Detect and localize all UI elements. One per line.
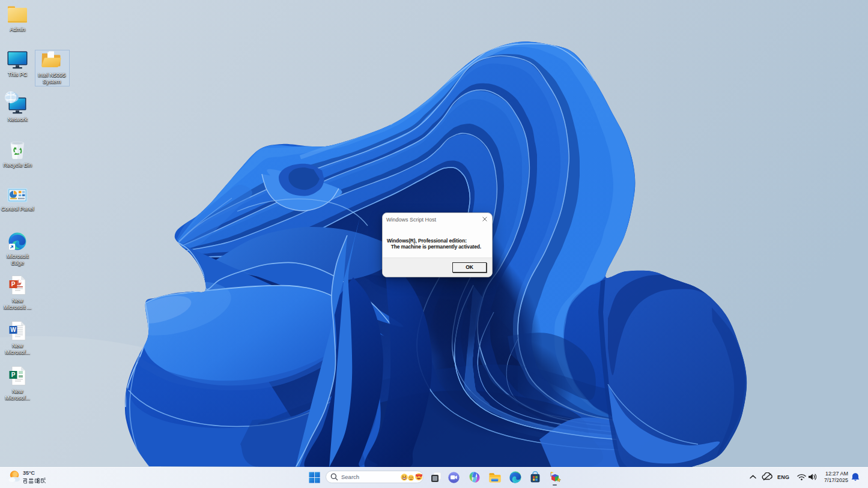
svg-text:W: W xyxy=(10,327,16,333)
svg-text:P: P xyxy=(11,372,16,378)
svg-text:P: P xyxy=(11,281,16,288)
